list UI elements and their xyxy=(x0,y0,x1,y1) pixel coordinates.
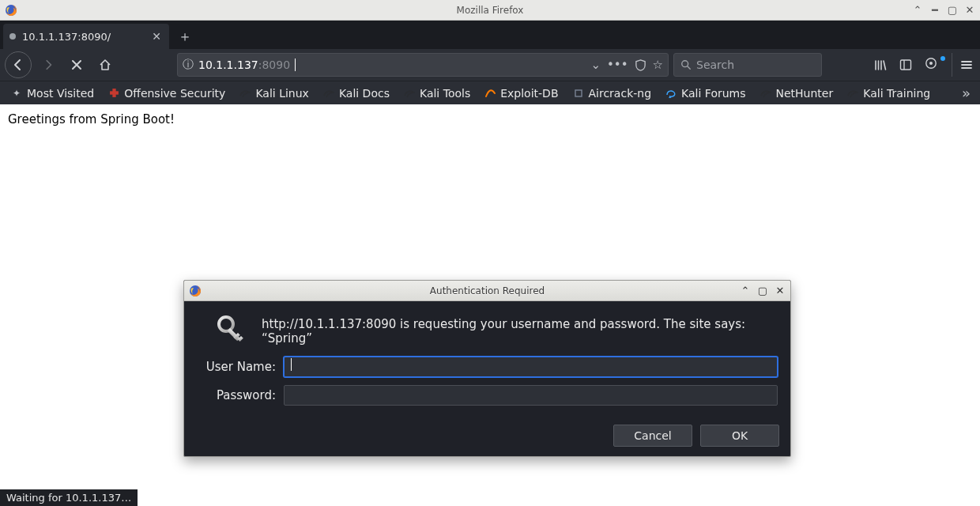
dialog-maximize-icon[interactable]: ▢ xyxy=(756,285,770,296)
bookmark-kali-forums[interactable]: Kali Forums xyxy=(659,85,752,101)
window-title: Mozilla Firefox xyxy=(0,5,980,16)
bookmark-nethunter[interactable]: NetHunter xyxy=(754,85,840,101)
bookmarks-overflow-icon[interactable]: » xyxy=(962,85,975,101)
kali-icon xyxy=(239,88,251,99)
window-maximize-icon[interactable]: ▢ xyxy=(945,4,959,16)
star-icon: ✦ xyxy=(11,88,22,99)
dialog-titlebar: Authentication Required ⌃ ▢ ✕ xyxy=(184,281,790,301)
kali-icon xyxy=(847,88,858,99)
text-cursor xyxy=(295,59,296,71)
page-greeting: Greetings from Spring Boot! xyxy=(0,104,980,134)
dialog-message: http://10.1.1.137:8090 is requesting you… xyxy=(262,312,778,346)
status-bar: Waiting for 10.1.1.137… xyxy=(0,489,138,506)
tab-strip: 10.1.1.137:8090/ ✕ ＋ xyxy=(0,21,980,49)
text-cursor xyxy=(291,358,292,371)
tracking-protection-icon[interactable] xyxy=(635,59,646,71)
page-viewport: Greetings from Spring Boot! Authenticati… xyxy=(0,104,980,506)
app-menu-button[interactable] xyxy=(952,53,975,77)
os-titlebar: Mozilla Firefox ⌃ ━ ▢ ✕ xyxy=(0,0,980,21)
browser-tab[interactable]: 10.1.1.137:8090/ ✕ xyxy=(3,24,169,49)
tab-loading-icon xyxy=(9,33,16,40)
svg-point-11 xyxy=(223,321,229,327)
offensive-icon xyxy=(108,88,119,99)
dialog-close-icon[interactable]: ✕ xyxy=(773,285,787,296)
navigation-toolbar: ⓘ 10.1.1.137:8090 ⌄ ••• ☆ Search xyxy=(0,49,980,81)
svg-rect-7 xyxy=(110,91,119,94)
firefox-icon xyxy=(5,4,17,17)
tab-title: 10.1.1.137:8090/ xyxy=(22,31,145,43)
bookmark-kali-docs[interactable]: Kali Docs xyxy=(317,85,396,101)
password-label: Password: xyxy=(197,388,276,402)
window-minimize-icon[interactable]: ━ xyxy=(928,4,942,16)
pocket-icon[interactable] xyxy=(925,57,944,73)
bookmark-aircrack[interactable]: Aircrack-ng xyxy=(567,85,658,101)
forward-button[interactable] xyxy=(36,53,60,77)
kali-icon xyxy=(404,88,415,99)
chevron-down-icon[interactable]: ⌄ xyxy=(590,58,601,72)
kali-icon xyxy=(760,88,771,99)
search-icon xyxy=(680,59,692,70)
bookmark-kali-tools[interactable]: Kali Tools xyxy=(398,85,477,101)
dialog-up-icon[interactable]: ⌃ xyxy=(738,285,752,296)
svg-point-5 xyxy=(929,62,933,65)
sidebar-icon[interactable] xyxy=(899,59,918,71)
new-tab-button[interactable]: ＋ xyxy=(172,24,198,49)
bookmark-kali-linux[interactable]: Kali Linux xyxy=(233,85,315,101)
key-icon xyxy=(216,314,247,346)
forums-icon xyxy=(665,88,677,99)
window-up-icon[interactable]: ⌃ xyxy=(910,4,925,16)
bookmarks-toolbar: ✦ Most Visited Offensive Security Kali L… xyxy=(0,81,980,104)
library-icon[interactable] xyxy=(874,59,893,71)
exploit-db-icon xyxy=(484,88,496,99)
stop-button[interactable] xyxy=(65,53,89,77)
site-info-icon[interactable]: ⓘ xyxy=(183,58,194,72)
bookmark-exploit-db[interactable]: Exploit-DB xyxy=(478,85,564,101)
url-text: 10.1.1.137:8090 xyxy=(198,59,586,71)
page-actions-icon[interactable]: ••• xyxy=(607,58,628,72)
back-button[interactable] xyxy=(5,51,32,78)
bookmark-offensive-security[interactable]: Offensive Security xyxy=(102,85,232,101)
search-bar[interactable]: Search xyxy=(673,53,822,77)
bookmark-most-visited[interactable]: ✦ Most Visited xyxy=(5,85,100,101)
svg-rect-2 xyxy=(901,60,911,70)
address-bar[interactable]: ⓘ 10.1.1.137:8090 ⌄ ••• ☆ xyxy=(177,53,669,77)
aircrack-icon xyxy=(573,88,584,99)
auth-dialog: Authentication Required ⌃ ▢ ✕ xyxy=(183,280,791,457)
username-label: User Name: xyxy=(197,360,276,374)
password-field[interactable] xyxy=(284,385,778,406)
bookmark-kali-training[interactable]: Kali Training xyxy=(841,85,937,101)
ok-button[interactable]: OK xyxy=(700,425,779,447)
window-close-icon[interactable]: ✕ xyxy=(963,4,977,16)
cancel-button[interactable]: Cancel xyxy=(613,425,692,447)
svg-rect-8 xyxy=(575,90,582,96)
username-field[interactable] xyxy=(284,357,778,377)
bookmark-star-icon[interactable]: ☆ xyxy=(653,58,663,72)
close-icon[interactable]: ✕ xyxy=(152,30,161,43)
dialog-title: Authentication Required xyxy=(184,285,790,296)
kali-icon xyxy=(323,88,334,99)
home-button[interactable] xyxy=(93,53,117,77)
search-placeholder: Search xyxy=(696,59,734,71)
